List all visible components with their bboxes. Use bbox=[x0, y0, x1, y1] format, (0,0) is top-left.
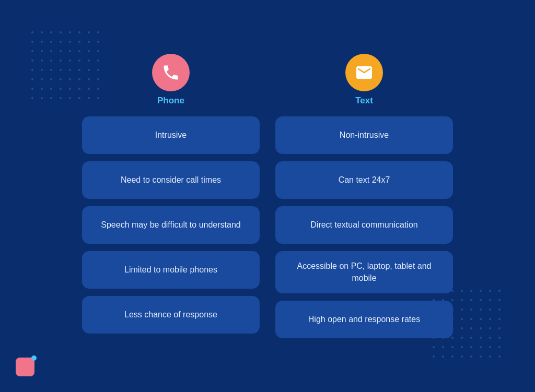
text-column: Text Non-intrusive Can text 24x7 Direct … bbox=[275, 54, 453, 338]
phone-column-header: Phone bbox=[152, 54, 190, 106]
widget-dot bbox=[31, 355, 37, 361]
phone-card-4: Limited to mobile phones bbox=[82, 251, 260, 289]
phone-icon bbox=[161, 63, 180, 82]
widget-wrapper bbox=[16, 358, 34, 376]
phone-icon-circle bbox=[152, 54, 190, 91]
phone-card-5: Less chance of response bbox=[82, 296, 260, 334]
phone-card-1: Intrusive bbox=[82, 116, 260, 154]
text-column-label: Text bbox=[355, 96, 373, 106]
text-card-4: Accessible on PC, laptop, tablet and mob… bbox=[275, 251, 453, 293]
phone-column-label: Phone bbox=[157, 96, 184, 106]
phone-card-2: Need to consider call times bbox=[82, 161, 260, 199]
bottom-widget bbox=[16, 358, 34, 376]
widget-square bbox=[16, 358, 34, 376]
comparison-container: Phone Intrusive Need to consider call ti… bbox=[72, 43, 463, 349]
text-column-header: Text bbox=[345, 54, 383, 106]
text-icon-circle bbox=[345, 54, 383, 91]
text-card-2: Can text 24x7 bbox=[275, 161, 453, 199]
text-card-5: High open and response rates bbox=[275, 301, 453, 338]
phone-card-3: Speech may be difficult to understand bbox=[82, 206, 260, 244]
envelope-icon bbox=[355, 63, 374, 82]
text-card-1: Non-intrusive bbox=[275, 116, 453, 154]
text-card-3: Direct textual communication bbox=[275, 206, 453, 244]
phone-column: Phone Intrusive Need to consider call ti… bbox=[82, 54, 260, 338]
